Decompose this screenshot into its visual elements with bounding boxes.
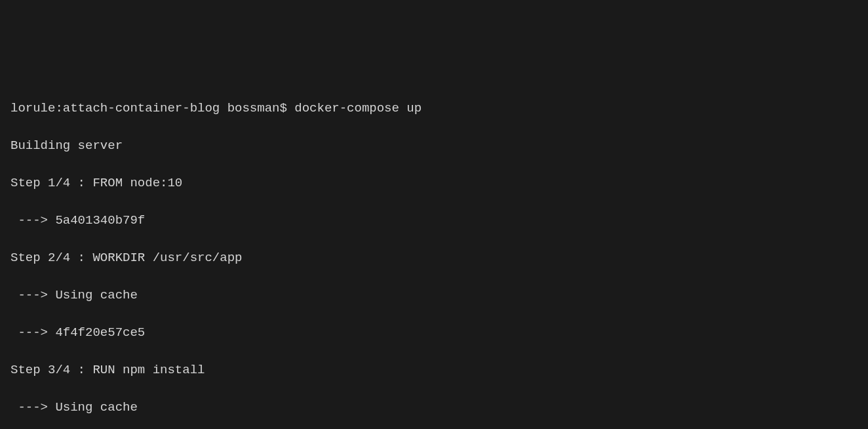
output-line: ---> 4f4f20e57ce5 bbox=[10, 323, 858, 342]
output-line: Building server bbox=[10, 136, 858, 155]
output-line: ---> Using cache bbox=[10, 286, 858, 305]
shell-prompt: lorule:attach-container-blog bossman$ bbox=[10, 101, 294, 115]
output-line: ---> Using cache bbox=[10, 398, 858, 417]
output-line: ---> 5a401340b79f bbox=[10, 211, 858, 230]
entered-command: docker-compose up bbox=[294, 101, 422, 115]
output-line: Step 2/4 : WORKDIR /usr/src/app bbox=[10, 249, 858, 268]
output-line: Step 1/4 : FROM node:10 bbox=[10, 174, 858, 193]
terminal-output[interactable]: lorule:attach-container-blog bossman$ do… bbox=[10, 80, 858, 429]
prompt-line: lorule:attach-container-blog bossman$ do… bbox=[10, 99, 858, 118]
output-line: Step 3/4 : RUN npm install bbox=[10, 361, 858, 380]
